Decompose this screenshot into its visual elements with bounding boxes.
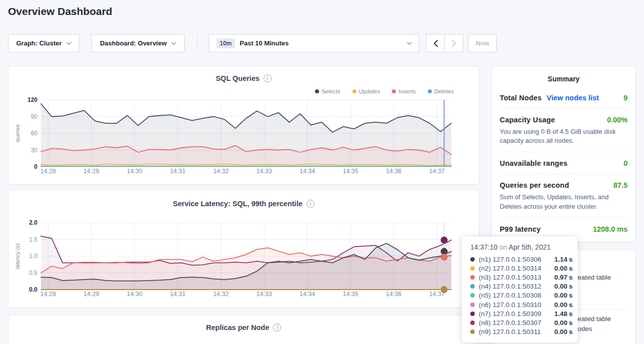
svg-text:14:31: 14:31 (170, 291, 185, 298)
chart-title: Service Latency: SQL, 99th percentile (173, 200, 303, 208)
graph-selector-dropdown[interactable]: Graph: Cluster (8, 34, 79, 52)
svg-text:14:36: 14:36 (386, 291, 401, 298)
sql-queries-chart[interactable]: 030609012014:2814:2914:3014:3114:3214:33… (8, 97, 480, 177)
tooltip-row-n9: (n9) 127.0.0.1:503110.00s (470, 328, 573, 337)
svg-text:14:29: 14:29 (83, 291, 99, 298)
p99-latency-value: 1208.0 ms (593, 225, 628, 233)
legend-item-updates[interactable]: Updates (352, 88, 380, 95)
tooltip-row-n4: (n4) 127.0.0.1:503120.00s (470, 282, 573, 291)
svg-text:latency (s): latency (s) (14, 244, 20, 269)
chevron-right-icon (452, 40, 456, 47)
capacity-usage-description: You are using 0 B of 4.5 GiB usable disk… (500, 127, 628, 145)
svg-text:14:35: 14:35 (342, 291, 358, 298)
svg-text:14:30: 14:30 (127, 291, 142, 298)
svg-text:1.5: 1.5 (29, 236, 37, 243)
replicas-per-node-panel: Replicas per Node i (8, 315, 479, 344)
legend-item-deletes[interactable]: Deletes (428, 88, 454, 95)
svg-text:14:37: 14:37 (429, 168, 445, 175)
dashboard-selector-label: Dashboard: Overview (100, 39, 167, 47)
svg-text:14:29: 14:29 (83, 168, 99, 175)
dashboard-controls: Graph: Cluster Dashboard: Overview 10m P… (8, 34, 497, 52)
chart-title: SQL Queries (216, 74, 260, 82)
sql-queries-legend: Selects Updates Inserts Deletes (8, 88, 454, 95)
svg-text:120: 120 (27, 97, 37, 103)
graph-selector-label: Graph: Cluster (16, 39, 61, 47)
page-title: Overview Dashboard (8, 5, 112, 17)
info-icon[interactable]: i (273, 324, 281, 332)
svg-text:1.0: 1.0 (29, 253, 37, 260)
view-nodes-list-link[interactable]: View nodes list (547, 94, 599, 102)
summary-panel: Summary Total Nodes View nodes list 9 Ca… (491, 66, 636, 242)
svg-text:0: 0 (34, 163, 37, 170)
info-icon[interactable]: i (264, 74, 272, 82)
time-prev-button[interactable] (426, 34, 445, 52)
legend-item-inserts[interactable]: Inserts (392, 88, 416, 95)
node-dot-icon (470, 257, 475, 262)
sql-queries-panel: SQL Queries i Selects Updates Inserts De… (8, 66, 479, 185)
node-dot-icon (470, 303, 475, 307)
svg-text:0.0: 0.0 (29, 286, 37, 293)
chart-title: Replicas per Node (206, 324, 270, 332)
time-window-dropdown[interactable]: 10m Past 10 Minutes (209, 34, 419, 52)
node-dot-icon (470, 321, 475, 325)
svg-text:30: 30 (31, 147, 38, 154)
svg-text:queries: queries (14, 124, 20, 142)
svg-text:14:35: 14:35 (342, 168, 358, 175)
summary-row-queries-per-second: Queries per second 87.5 Sum of Selects, … (500, 174, 628, 218)
info-icon[interactable]: i (307, 200, 315, 208)
node-dot-icon (470, 312, 475, 316)
tooltip-row-n8: (n8) 127.0.0.1:503070.00s (470, 318, 573, 327)
svg-text:14:32: 14:32 (213, 291, 229, 298)
svg-text:14:33: 14:33 (256, 168, 272, 175)
deletes-dot-icon (428, 89, 432, 93)
inserts-dot-icon (392, 89, 396, 93)
summary-row-total-nodes: Total Nodes View nodes list 9 (500, 87, 628, 109)
event-item[interactable]: eated table (578, 315, 611, 323)
service-latency-chart[interactable]: 0.00.51.01.52.014:2814:2914:3014:3114:32… (8, 220, 480, 300)
svg-text:14:28: 14:28 (40, 291, 56, 298)
svg-text:14:34: 14:34 (300, 291, 315, 298)
svg-text:14:31: 14:31 (170, 168, 185, 175)
tooltip-timestamp: 14:37:10 on Apr 5th, 2021 (470, 243, 573, 251)
node-dot-icon (470, 293, 475, 298)
svg-text:14:32: 14:32 (213, 168, 229, 175)
time-next-button[interactable] (444, 34, 463, 52)
service-latency-panel: Service Latency: SQL, 99th percentile i … (8, 190, 479, 308)
time-window-label: Past 10 Minutes (240, 39, 289, 47)
selects-dot-icon (315, 89, 319, 93)
queries-per-second-value: 87.5 (614, 181, 628, 189)
svg-text:2.0: 2.0 (29, 220, 37, 226)
chevron-down-icon (66, 42, 71, 45)
svg-text:0.5: 0.5 (29, 270, 37, 277)
svg-text:14:30: 14:30 (127, 168, 142, 175)
chevron-down-icon (171, 42, 176, 45)
tooltip-row-n7: (n7) 127.0.0.1:503091.48s (470, 309, 573, 318)
node-dot-icon (470, 330, 475, 334)
dashboard-selector-dropdown[interactable]: Dashboard: Overview (91, 34, 185, 52)
controls-divider (197, 34, 198, 52)
legend-item-selects[interactable]: Selects (315, 88, 340, 95)
event-item[interactable]: odes (578, 325, 592, 333)
svg-text:14:36: 14:36 (386, 168, 401, 175)
svg-text:60: 60 (31, 130, 38, 137)
queries-per-second-description: Sum of Selects, Updates, Inserts, and De… (500, 193, 628, 211)
time-window-badge: 10m (216, 38, 235, 48)
tooltip-row-n2: (n2) 127.0.0.1:503140.00s (470, 264, 573, 273)
now-button[interactable]: Now (468, 34, 497, 52)
svg-text:14:34: 14:34 (300, 168, 315, 175)
node-dot-icon (470, 275, 475, 280)
event-item[interactable]: eated table (578, 274, 611, 281)
chevron-left-icon (433, 40, 438, 47)
node-dot-icon (470, 266, 475, 271)
total-nodes-value: 9 (624, 94, 628, 102)
unavailable-ranges-value: 0 (624, 159, 628, 167)
charts-column: SQL Queries i Selects Updates Inserts De… (8, 66, 479, 344)
chevron-down-icon (407, 42, 412, 45)
updates-dot-icon (352, 89, 356, 93)
tooltip-row-n3: (n3) 127.0.0.1:503130.97s (470, 273, 573, 282)
chart-hover-tooltip: 14:37:10 on Apr 5th, 2021 (n1) 127.0.0.1… (462, 237, 578, 343)
summary-title: Summary (492, 66, 636, 87)
svg-text:14:33: 14:33 (256, 291, 272, 298)
svg-text:90: 90 (31, 113, 38, 120)
capacity-usage-value: 0.00% (607, 116, 628, 124)
